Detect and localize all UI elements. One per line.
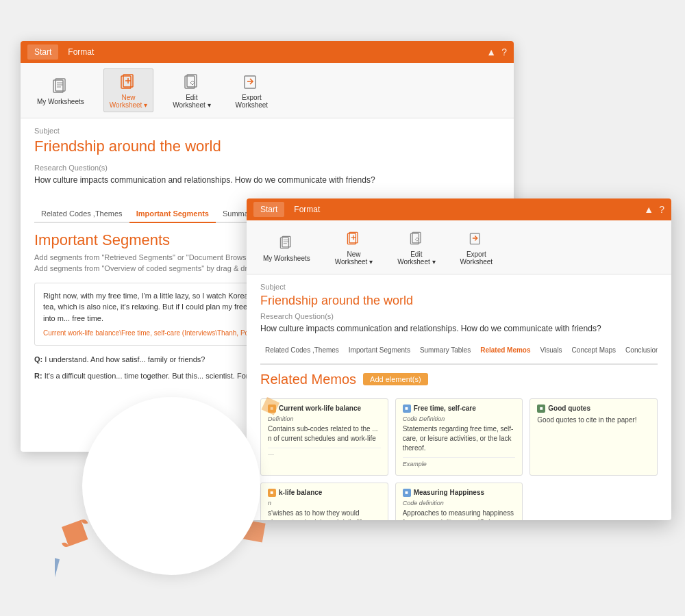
front-export-worksheet-button[interactable]: ExportWorksheet [455,226,499,268]
my-worksheets-label: My Worksheets [37,98,84,105]
back-research-label: Research Question(s) [34,164,500,172]
export-worksheet-button[interactable]: ExportWorksheet [230,69,274,112]
edit-worksheet-label: EditWorksheet ▾ [173,94,210,109]
back-subject-title: Friendship around the world [34,138,500,155]
front-my-worksheets-icon [277,233,296,252]
front-tab-related-codes[interactable]: Related Codes ,Themes [260,343,344,365]
back-toolbar: My Worksheets NewWorksheet ▾ [21,63,514,118]
export-worksheet-icon [242,72,261,91]
front-help-icon[interactable]: ? [659,204,664,215]
help-icon[interactable]: ? [501,47,507,57]
my-worksheets-icon [51,76,70,95]
front-new-worksheet-icon [344,229,363,248]
my-worksheets-button[interactable]: My Worksheets [32,73,90,108]
back-tab-format[interactable]: Format [61,44,101,60]
front-tab-format[interactable]: Format [287,202,327,217]
memo-card-good-quotes: ■ Good quotes Good quotes to cite in the… [530,398,658,476]
back-content: Subject Friendship around the world Rese… [21,118,514,205]
edit-worksheet-button[interactable]: EditWorksheet ▾ [167,69,216,112]
front-tab-related-memos[interactable]: Related Memos [475,343,535,365]
front-my-worksheets-label: My Worksheets [263,255,310,262]
front-new-worksheet-label: NewWorksheet ▾ [335,251,373,266]
memo-card-measuring-happiness: ■ Measuring Happiness Code definition Ap… [395,483,523,520]
front-research-text: How culture impacts communication and re… [260,323,658,335]
front-tabs: Related Codes ,Themes Important Segments… [260,343,658,365]
edit-worksheet-icon [182,72,201,91]
front-titlebar: Start Format ▲ ? [247,198,671,220]
front-my-worksheets-button[interactable]: My Worksheets [258,230,316,265]
memo-card-2-example-label: Example [403,457,516,467]
memo-card-2-subheading: Code Definition [403,415,516,422]
front-subject-title: Friendship around the world [260,294,658,308]
front-export-worksheet-icon [466,229,486,248]
memo-card-5-subheading: Code definition [403,500,516,506]
front-tab-start[interactable]: Start [253,202,284,217]
front-minimize-icon[interactable]: ▲ [644,204,653,215]
back-research-text: How culture impacts communication and re… [34,175,500,186]
back-tab-start[interactable]: Start [27,44,58,60]
new-worksheet-icon [119,72,138,91]
front-titlebar-tabs: Start Format [253,202,327,217]
memo-card-5-icon: ■ [403,489,411,497]
back-subject-label: Subject [34,127,500,135]
minimize-icon[interactable]: ▲ [486,47,496,57]
memo-card-5-header: ■ Measuring Happiness [403,489,516,497]
front-subject-label: Subject [260,283,658,291]
memo-card-3-text: Good quotes to cite in the paper! [537,415,650,425]
back-titlebar: Start Format ▲ ? [21,41,514,63]
front-toolbar: My Worksheets NewWorksheet ▾ [247,220,671,274]
memo-card-3-icon: ■ [537,405,545,413]
front-tab-visuals[interactable]: Visuals [536,343,567,365]
back-tab-related-codes[interactable]: Related Codes ,Themes [34,205,129,223]
memo-card-2-header: ■ Free time, self-care [403,405,516,413]
front-edit-worksheet-label: EditWorksheet ▾ [397,251,435,266]
front-tab-summary-tables[interactable]: Summary Tables [415,343,475,365]
new-worksheet-label: NewWorksheet ▾ [110,94,147,109]
front-export-worksheet-label: ExportWorksheet [460,251,493,266]
svg-rect-24 [471,233,480,244]
svg-rect-11 [245,76,256,88]
front-edit-worksheet-icon [407,229,426,248]
new-worksheet-button[interactable]: NewWorksheet ▾ [103,68,153,112]
front-window: Start Format ▲ ? My Worksheets [247,198,671,520]
back-titlebar-tabs: Start Format [27,44,101,60]
back-tab-important-segments[interactable]: Important Segments [129,205,216,223]
front-section-title: Related Memos Add element(s) [247,365,671,392]
front-content-header: Subject Friendship around the world Rese… [247,274,671,343]
front-tab-conclusions[interactable]: Conclusions [621,343,658,365]
front-tab-important-segments[interactable]: Important Segments [344,343,415,365]
memo-card-3-header: ■ Good quotes [537,405,650,413]
memo-card-2-text: Statements regarding free time, self-car… [403,424,516,453]
front-new-worksheet-button[interactable]: NewWorksheet ▾ [329,226,378,268]
puzzle-decoration [55,390,288,582]
export-worksheet-label: ExportWorksheet [236,94,269,109]
front-titlebar-controls: ▲ ? [644,204,664,215]
memo-card-free-time: ■ Free time, self-care Code Definition S… [395,398,523,476]
add-element-button[interactable]: Add element(s) [363,373,428,385]
back-titlebar-controls: ▲ ? [486,47,507,57]
memo-card-5-text: Approaches to measuring happiness from r… [403,509,516,520]
front-edit-worksheet-button[interactable]: EditWorksheet ▾ [392,226,440,268]
memo-card-2-icon: ■ [403,405,411,413]
front-research-label: Research Question(s) [260,312,658,320]
front-tab-concept-maps[interactable]: Concept Maps [567,343,621,365]
puzzle-circle-bg [82,397,260,575]
memo-cards-grid: ■ Current work-life balance Definition C… [247,392,671,520]
